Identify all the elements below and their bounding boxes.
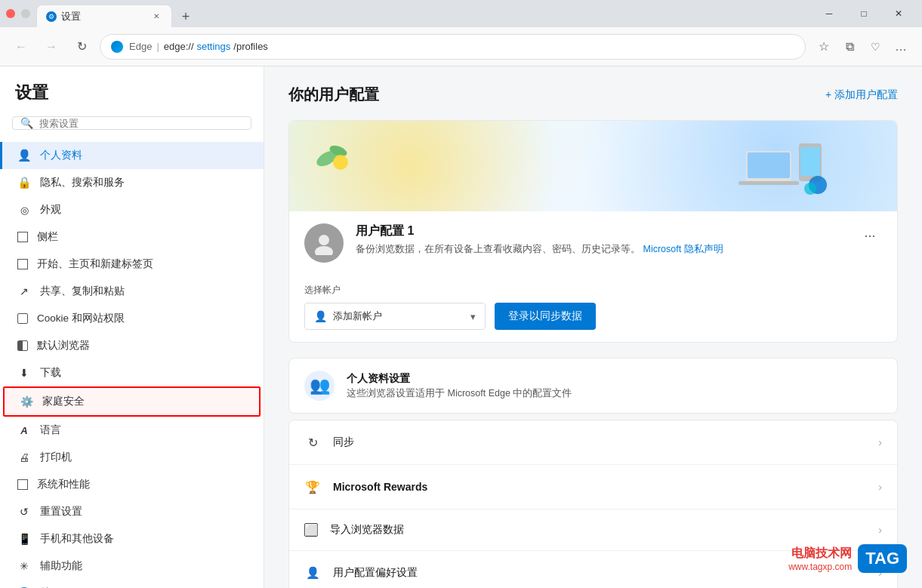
address-bar[interactable]: Edge | edge://settings/profiles <box>100 34 806 60</box>
collections-button[interactable]: ♡ <box>863 35 887 59</box>
sidebar-item-reset[interactable]: ↺ 重置设置 <box>0 498 264 525</box>
privacy-link[interactable]: Microsoft 隐私声明 <box>643 244 723 254</box>
search-box[interactable]: 🔍 <box>12 116 251 130</box>
watermark-line2: www.tagxp.com <box>788 562 852 572</box>
family-nav-icon: ⚙️ <box>20 395 33 408</box>
sync-label: 同步 <box>333 436 866 449</box>
sidebar-item-label: 个人资料 <box>40 149 82 162</box>
account-dropdown[interactable]: 👤 添加新帐户 ▾ <box>304 303 486 330</box>
add-profile-button[interactable]: + 添加用户配置 <box>825 88 898 102</box>
forward-button[interactable]: → <box>39 35 63 59</box>
svg-point-2 <box>333 155 348 170</box>
import-icon: ⬜ <box>304 523 318 537</box>
split-screen-button[interactable]: ⧉ <box>837 35 862 59</box>
content-header: 你的用户配置 + 添加用户配置 <box>288 85 898 105</box>
tab-close-button[interactable]: ✕ <box>150 11 162 23</box>
preferences-icon: 👤 <box>304 565 321 581</box>
watermark: 电脑技术网 www.tagxp.com TAG <box>788 544 907 573</box>
address-scheme: edge:// <box>164 41 194 52</box>
window-close-button[interactable]: ✕ <box>881 0 916 27</box>
profile-more-button[interactable]: ··· <box>858 223 882 248</box>
language-nav-icon: A <box>17 423 31 437</box>
new-tab-button[interactable]: + <box>175 6 196 27</box>
preferences-label: 用户配置偏好设置 <box>333 566 866 580</box>
banner-devices <box>731 128 837 207</box>
signin-button[interactable]: 登录以同步数据 <box>495 303 596 330</box>
watermark-text: 电脑技术网 www.tagxp.com <box>788 546 852 572</box>
titlebar-left <box>6 9 30 18</box>
favorites-button[interactable]: ☆ <box>812 35 836 59</box>
sidebar-item-newtab[interactable]: 开始、主页和新建标签页 <box>0 251 264 278</box>
section-subtitle: 这些浏览器设置适用于 Microsoft Edge 中的配置文件 <box>347 387 882 400</box>
sidebar-item-label: 手机和其他设备 <box>40 532 114 546</box>
system-nav-icon <box>17 479 28 490</box>
sidebar-item-language[interactable]: A 语言 <box>0 417 264 444</box>
sidebar-item-label: Cookie 和网站权限 <box>37 312 125 325</box>
sidebar-item-label: 辅助功能 <box>40 559 82 573</box>
sidebar-item-printer[interactable]: 🖨 打印机 <box>0 444 264 471</box>
sidebar-item-label: 下载 <box>40 366 61 380</box>
sync-list-item[interactable]: ↻ 同步 › <box>289 420 897 465</box>
sidebar-item-label: 家庭安全 <box>42 395 85 408</box>
minimize-button[interactable]: ─ <box>812 0 846 27</box>
sidebar-item-profile[interactable]: 👤 个人资料 <box>0 142 264 169</box>
sidebar-item-download[interactable]: ⬇ 下载 <box>0 359 264 386</box>
appearance-nav-icon: ◎ <box>17 203 31 217</box>
sidebar-item-family[interactable]: ⚙️ 家庭安全 <box>3 386 261 417</box>
import-arrow-icon: › <box>878 524 882 536</box>
sidebar-item-label: 外观 <box>40 203 61 217</box>
profile-settings-section[interactable]: 👥 个人资料设置 这些浏览器设置适用于 Microsoft Edge 中的配置文… <box>288 358 898 414</box>
profile-banner <box>289 121 897 211</box>
sidebar-item-accessibility[interactable]: ✳ 辅助功能 <box>0 553 264 580</box>
sidebar-item-system[interactable]: 系统和性能 <box>0 471 264 498</box>
address-separator: | <box>156 41 159 52</box>
sidebar-item-appearance[interactable]: ◎ 外观 <box>0 196 264 223</box>
sidebar-item-about[interactable]: 关于 Microsoft Edge <box>0 580 264 588</box>
sidebar-item-share[interactable]: ↗ 共享、复制和粘贴 <box>0 278 264 305</box>
cookies-nav-icon <box>17 313 28 324</box>
sidebar-item-label: 共享、复制和粘贴 <box>40 285 125 298</box>
sidebar-item-label: 重置设置 <box>40 505 82 519</box>
svg-rect-5 <box>739 181 799 185</box>
sidebar-item-label: 语言 <box>40 423 61 437</box>
sidebar-item-mobile[interactable]: 📱 手机和其他设备 <box>0 525 264 553</box>
sidebar-item-default[interactable]: 默认浏览器 <box>0 332 264 359</box>
avatar <box>304 223 344 263</box>
account-label: 选择帐户 <box>304 284 882 297</box>
sidebar-item-label: 默认浏览器 <box>37 339 90 352</box>
back-button[interactable]: ← <box>9 35 33 59</box>
account-placeholder: 添加新帐户 <box>333 309 382 323</box>
close-dot <box>6 9 15 18</box>
more-tools-button[interactable]: … <box>889 35 913 59</box>
account-row: 👤 添加新帐户 ▾ 登录以同步数据 <box>304 303 882 330</box>
svg-point-9 <box>804 183 816 195</box>
navbar-actions: ☆ ⧉ ♡ … <box>812 35 913 59</box>
profile-avatar-small <box>21 9 30 18</box>
sync-icon: ↻ <box>304 434 321 451</box>
tab-bar: ⚙ 设置 ✕ + <box>36 0 812 27</box>
sidebar-item-sidebar[interactable]: 侧栏 <box>0 223 264 251</box>
section-title: 个人资料设置 <box>347 372 882 386</box>
search-input[interactable] <box>39 118 243 129</box>
sidebar-title: 设置 <box>0 82 264 116</box>
rewards-label: Microsoft Rewards <box>333 481 866 493</box>
refresh-button[interactable]: ↻ <box>69 35 94 59</box>
newtab-nav-icon <box>17 259 28 269</box>
profile-top: 用户配置 1 备份浏览数据，在所有设备上查看收藏内容、密码、历史记录等。 Mic… <box>304 223 882 263</box>
tab-favicon-icon: ⚙ <box>48 13 54 20</box>
address-path: settings <box>197 41 231 52</box>
navbar: ← → ↻ Edge | edge://settings/profiles ☆ … <box>0 27 922 66</box>
profile-description: 备份浏览数据，在所有设备上查看收藏内容、密码、历史记录等。 Microsoft … <box>356 242 846 257</box>
maximize-button[interactable]: □ <box>846 0 881 27</box>
settings-tab[interactable]: ⚙ 设置 ✕ <box>36 5 172 27</box>
search-icon: 🔍 <box>20 117 33 129</box>
sidebar-item-privacy[interactable]: 🔒 隐私、搜索和服务 <box>0 169 264 196</box>
mobile-nav-icon: 📱 <box>17 532 31 546</box>
address-text: Edge | edge://settings/profiles <box>129 41 268 52</box>
rewards-list-item[interactable]: 🏆 Microsoft Rewards › <box>289 465 897 509</box>
svg-rect-7 <box>800 147 820 176</box>
address-edge-label: Edge <box>129 41 152 52</box>
import-label: 导入浏览器数据 <box>330 523 866 537</box>
share-nav-icon: ↗ <box>17 285 31 298</box>
sidebar-item-cookies[interactable]: Cookie 和网站权限 <box>0 305 264 332</box>
